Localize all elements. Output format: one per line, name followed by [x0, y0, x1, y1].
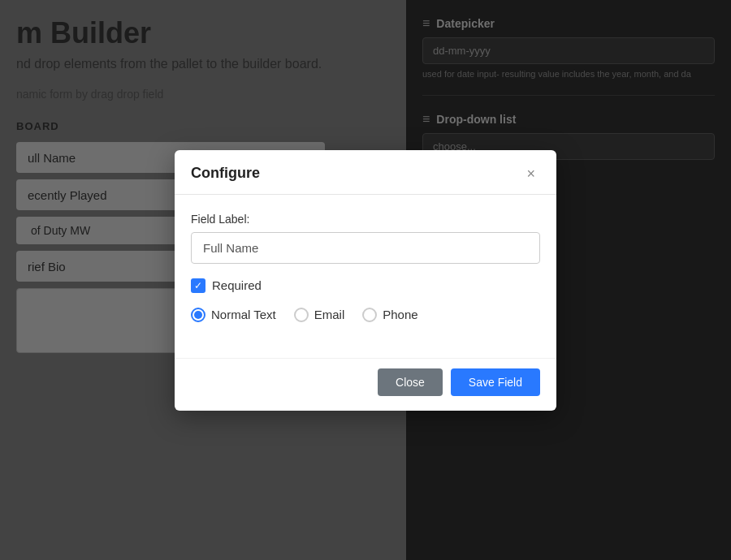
field-label-heading: Field Label:: [191, 213, 540, 226]
modal-body: Field Label: ✓ Required Normal Text Emai…: [175, 195, 556, 358]
modal-title: Configure: [191, 165, 260, 182]
required-label: Required: [212, 278, 262, 292]
text-type-radio-group: Normal Text Email Phone: [191, 308, 540, 322]
close-button[interactable]: Close: [378, 368, 443, 396]
radio-normal-circle: [191, 308, 205, 322]
modal-header: Configure ×: [175, 150, 556, 195]
radio-normal-label: Normal Text: [211, 308, 276, 321]
radio-email-label: Email: [314, 308, 345, 321]
modal-footer: Close Save Field: [175, 358, 556, 411]
radio-email-circle: [294, 308, 309, 322]
modal-close-button[interactable]: ×: [521, 165, 540, 183]
save-field-button[interactable]: Save Field: [451, 368, 540, 396]
radio-normal-text[interactable]: Normal Text: [191, 308, 276, 322]
configure-modal: Configure × Field Label: ✓ Required Norm…: [175, 150, 556, 411]
required-row: ✓ Required: [191, 278, 540, 293]
radio-phone[interactable]: Phone: [362, 308, 417, 322]
radio-phone-label: Phone: [383, 308, 417, 321]
radio-phone-circle: [362, 308, 377, 322]
radio-email[interactable]: Email: [294, 308, 345, 322]
field-label-input[interactable]: [191, 232, 540, 264]
required-checkbox[interactable]: ✓: [191, 278, 205, 293]
modal-overlay: Configure × Field Label: ✓ Required Norm…: [0, 0, 731, 560]
checkmark-icon: ✓: [194, 281, 202, 291]
